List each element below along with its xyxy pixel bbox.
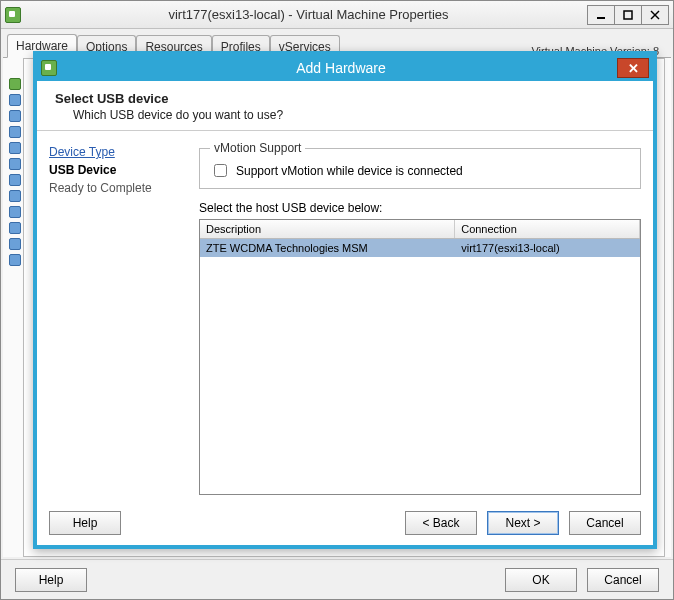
device-icon [9,190,21,202]
next-button[interactable]: Next > [487,511,559,535]
dialog-icon [41,60,57,76]
column-connection[interactable]: Connection [455,220,640,238]
device-icon [9,126,21,138]
device-icon [9,158,21,170]
close-icon: ✕ [628,61,639,76]
app-icon [5,7,21,23]
minimize-icon [596,10,606,20]
content-pane: vMotion Support Support vMotion while de… [199,141,641,495]
titlebar: virt177(esxi13-local) - Virtual Machine … [1,1,673,29]
dialog-footer: Help < Back Next > Cancel [37,503,653,545]
vmotion-fieldset: vMotion Support Support vMotion while de… [199,141,641,189]
device-icon [9,222,21,234]
add-hardware-dialog: Add Hardware ✕ Select USB device Which U… [33,51,657,549]
device-icon [9,94,21,106]
ok-button[interactable]: OK [505,568,577,592]
device-icon [9,238,21,250]
hardware-icon-strip [9,78,23,266]
maximize-button[interactable] [614,5,642,25]
dialog-body: Device Type USB Device Ready to Complete… [37,131,653,503]
dialog-help-button[interactable]: Help [49,511,121,535]
properties-footer: Help OK Cancel [1,559,673,599]
dialog-title: Add Hardware [65,60,617,76]
step-usb-device: USB Device [49,161,187,179]
vm-properties-window: virt177(esxi13-local) - Virtual Machine … [0,0,674,600]
table-body: ZTE WCDMA Technologies MSM virt177(esxi1… [200,239,640,494]
cancel-button[interactable]: Cancel [587,568,659,592]
table-row[interactable]: ZTE WCDMA Technologies MSM virt177(esxi1… [200,239,640,257]
vmotion-checkbox-label: Support vMotion while device is connecte… [236,164,463,178]
device-icon [9,174,21,186]
dialog-header-subtitle: Which USB device do you want to use? [73,108,635,122]
dialog-titlebar: Add Hardware ✕ [37,55,653,81]
cell-connection: virt177(esxi13-local) [455,241,640,255]
window-controls [588,5,669,25]
device-icon [9,110,21,122]
dialog-close-button[interactable]: ✕ [617,58,649,78]
svg-rect-1 [624,11,632,19]
help-button[interactable]: Help [15,568,87,592]
close-button[interactable] [641,5,669,25]
select-device-label: Select the host USB device below: [199,201,641,215]
device-icon [9,206,21,218]
cell-description: ZTE WCDMA Technologies MSM [200,241,455,255]
vmotion-legend: vMotion Support [210,141,305,155]
vmotion-checkbox-row[interactable]: Support vMotion while device is connecte… [210,161,630,180]
device-icon [9,78,21,90]
step-device-type[interactable]: Device Type [49,143,187,161]
step-ready-to-complete: Ready to Complete [49,179,187,197]
minimize-button[interactable] [587,5,615,25]
dialog-header: Select USB device Which USB device do yo… [37,81,653,131]
maximize-icon [623,10,633,20]
device-icon [9,254,21,266]
vmotion-checkbox[interactable] [214,164,227,177]
device-icon [9,142,21,154]
window-title: virt177(esxi13-local) - Virtual Machine … [29,7,588,22]
usb-device-table: Description Connection ZTE WCDMA Technol… [199,219,641,495]
dialog-header-title: Select USB device [55,91,635,106]
column-description[interactable]: Description [200,220,455,238]
wizard-step-list: Device Type USB Device Ready to Complete [49,141,187,495]
dialog-cancel-button[interactable]: Cancel [569,511,641,535]
back-button[interactable]: < Back [405,511,477,535]
table-header: Description Connection [200,220,640,239]
close-icon [650,10,660,20]
